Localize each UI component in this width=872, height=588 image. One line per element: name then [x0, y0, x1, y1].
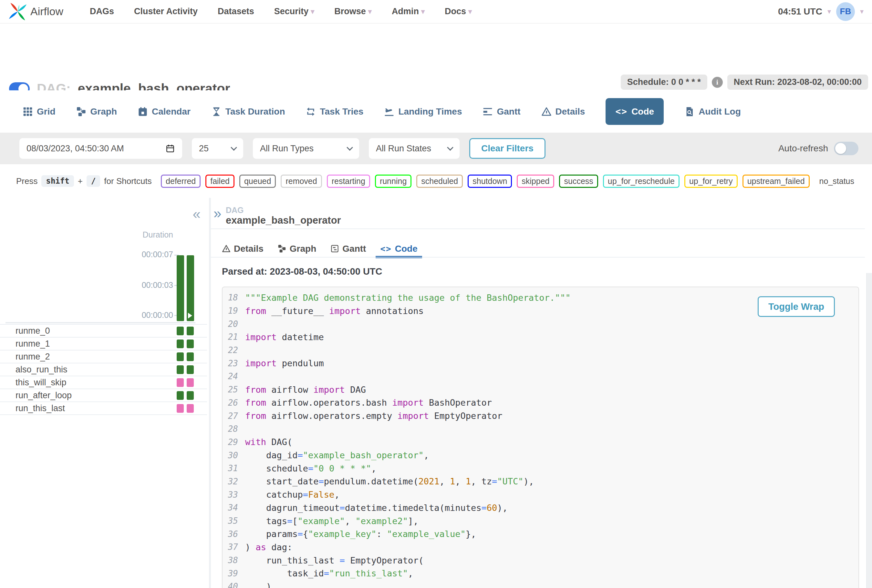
code-token: 1 [466, 476, 471, 486]
legend-badge-no-status: no_status [815, 175, 859, 188]
view-tab-code[interactable]: <>Code [606, 98, 664, 125]
task-instance-cell-success[interactable] [177, 391, 184, 400]
task-instance-cell-success[interactable] [177, 365, 184, 374]
line-number: 27 [223, 411, 238, 421]
view-tab-task-tries[interactable]: Task Tries [305, 106, 363, 117]
task-instance-cell-success[interactable] [177, 327, 184, 335]
line-number: 28 [223, 424, 238, 434]
user-caret-icon[interactable]: ▾ [860, 8, 864, 16]
panel-tab-details[interactable]: Details [222, 244, 263, 254]
task-instance-cell-success[interactable] [187, 339, 194, 348]
panel-tab-graph[interactable]: Graph [278, 244, 316, 254]
task-instance-cell-success[interactable] [187, 391, 194, 400]
nav-item-datasets[interactable]: Datasets [218, 6, 254, 16]
expand-panel-icon[interactable]: » [213, 206, 221, 220]
auto-refresh-toggle[interactable] [834, 142, 858, 155]
task-instance-cell-success[interactable] [177, 352, 184, 361]
task-row-runme-1[interactable]: runme_1 [0, 337, 207, 350]
panel-tab-gantt[interactable]: Gantt [331, 244, 366, 254]
panel-tab-label: Code [395, 244, 418, 254]
task-row-this-will-skip[interactable]: this_will_skip [0, 376, 207, 388]
line-number: 31 [223, 464, 238, 473]
task-instance-cell-skipped[interactable] [187, 378, 194, 387]
legend-badge-deferred[interactable]: deferred [161, 175, 201, 188]
run-types-value: All Run Types [260, 144, 314, 154]
code-token: "UTC" [497, 476, 523, 486]
legend-badge-skipped[interactable]: skipped [517, 175, 554, 188]
task-instance-cell-success[interactable] [187, 352, 194, 361]
run-states-select[interactable]: All Run States [369, 138, 460, 159]
page-size-select[interactable]: 25 [192, 138, 243, 159]
view-tab-task-duration[interactable]: Task Duration [211, 106, 285, 117]
legend-badge-up-for-retry[interactable]: up_for_retry [684, 175, 738, 188]
task-instance-cell-skipped[interactable] [177, 404, 184, 413]
clock-caret-icon[interactable]: ▾ [827, 8, 831, 16]
legend-badge-upstream-failed[interactable]: upstream_failed [743, 175, 810, 188]
view-tab-audit-log[interactable]: Audit Log [684, 106, 741, 117]
code-line: 27from airflow.operators.empty import Em… [223, 409, 858, 423]
nav-item-docs[interactable]: Docs▾ [445, 6, 472, 16]
panel-tabs: DetailsGraphGantt<>Code [222, 240, 418, 258]
view-tab-graph[interactable]: Graph [76, 106, 117, 117]
nav-item-cluster-activity[interactable]: Cluster Activity [134, 6, 198, 16]
code-token: run_this_last [245, 555, 340, 566]
toggle-wrap-button[interactable]: Toggle Wrap [758, 296, 835, 317]
code-token: , [371, 464, 376, 473]
dag-run-bar[interactable] [187, 255, 194, 321]
legend-badge-success[interactable]: success [559, 175, 598, 188]
code-token: "0 0 * * *" [313, 464, 371, 473]
code-token: import [329, 306, 361, 316]
code-token: ), [497, 503, 508, 513]
view-tab-gantt[interactable]: Gantt [483, 106, 520, 117]
line-number: 18 [223, 293, 238, 302]
legend-badge-running[interactable]: running [375, 175, 412, 188]
landing-icon [384, 106, 394, 117]
base-date-input[interactable]: 08/03/2023, 04:50:30 AM [20, 138, 182, 159]
task-row-run-this-last[interactable]: run_this_last [0, 402, 207, 415]
nav-item-security[interactable]: Security▾ [274, 6, 314, 16]
view-tab-landing-times[interactable]: Landing Times [384, 106, 462, 117]
view-tab-grid[interactable]: Grid [23, 106, 56, 117]
user-avatar[interactable]: FB [836, 2, 855, 21]
task-instance-cell-success[interactable] [177, 339, 184, 348]
code-token: import [397, 411, 429, 421]
legend-badge-restarting[interactable]: restarting [327, 175, 370, 188]
panel-tab-code[interactable]: <>Code [380, 244, 417, 254]
task-row-run-after-loop[interactable]: run_after_loop [0, 388, 207, 402]
view-tab-calendar[interactable]: Calendar [138, 106, 191, 117]
code-token: with [245, 437, 266, 447]
legend-badge-up-for-reschedule[interactable]: up_for_reschedule [603, 175, 680, 188]
collapse-grid-icon[interactable]: « [193, 207, 201, 221]
task-row-runme-2[interactable]: runme_2 [0, 350, 207, 363]
nav-item-dags[interactable]: DAGs [90, 6, 114, 16]
run-types-select[interactable]: All Run Types [253, 138, 359, 159]
page-scrollbar[interactable] [866, 273, 872, 588]
schedule-info-icon[interactable]: i [712, 77, 723, 88]
base-date-value: 08/03/2023, 04:50:30 AM [27, 144, 124, 154]
nav-item-admin[interactable]: Admin▾ [392, 6, 425, 16]
task-instance-cell-skipped[interactable] [177, 378, 184, 387]
line-number: 25 [223, 385, 238, 394]
legend-badge-shutdown[interactable]: shutdown [468, 175, 512, 188]
legend-badge-removed[interactable]: removed [281, 175, 322, 188]
view-tab-details[interactable]: Details [541, 106, 585, 117]
code-line: 33 catchup=False, [223, 488, 858, 501]
calendar-input-icon[interactable] [165, 144, 175, 153]
utc-clock[interactable]: 04:51 UTC [778, 6, 822, 17]
task-row-runme-0[interactable]: runme_0 [0, 324, 207, 337]
schedule-badge[interactable]: Schedule: 0 0 * * * [621, 75, 707, 90]
task-instance-cell-skipped[interactable] [187, 404, 194, 413]
legend-badge-queued[interactable]: queued [239, 175, 276, 188]
code-token: BashOperator [424, 398, 492, 408]
line-number: 21 [223, 332, 238, 342]
legend-badge-scheduled[interactable]: scheduled [416, 175, 463, 188]
clear-filters-button[interactable]: Clear Filters [469, 138, 546, 159]
nav-item-browse[interactable]: Browse▾ [334, 6, 372, 16]
task-instance-cell-success[interactable] [187, 365, 194, 374]
dag-run-bar[interactable] [177, 255, 184, 321]
task-row-also-run-this[interactable]: also_run_this [0, 363, 207, 376]
legend-badge-failed[interactable]: failed [205, 175, 235, 188]
code-token: as [256, 542, 266, 552]
task-instance-cell-success[interactable] [187, 327, 194, 335]
airflow-logo[interactable]: Airflow [8, 2, 63, 21]
